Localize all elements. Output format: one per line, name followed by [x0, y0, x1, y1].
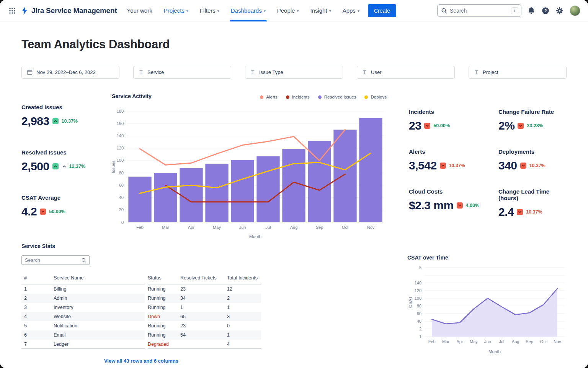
cell-service-name: Admin: [54, 296, 145, 301]
filter-service[interactable]: Service: [133, 66, 231, 79]
help-icon[interactable]: ?: [541, 7, 550, 15]
cell-service-name: Website: [54, 314, 145, 319]
svg-text:May: May: [470, 339, 478, 344]
topbar-right: / ?: [437, 4, 580, 17]
chevron-down-icon: ▾: [186, 9, 188, 13]
filter-label: User: [371, 69, 381, 75]
col-header: #: [21, 275, 54, 281]
svg-text:?: ?: [544, 8, 547, 13]
table-search[interactable]: [21, 255, 90, 265]
svg-text:Aug: Aug: [512, 339, 519, 344]
nav-item-dashboards[interactable]: Dashboards▾: [231, 0, 266, 21]
col-header: Status: [148, 275, 180, 281]
nav-item-projects[interactable]: Projects▾: [164, 0, 188, 21]
notifications-icon[interactable]: [527, 7, 536, 15]
trend-down-icon: [40, 209, 46, 215]
svg-text:80: 80: [417, 304, 421, 308]
trend-down-icon: [520, 163, 526, 169]
filter-project[interactable]: Project: [469, 66, 567, 79]
avatar[interactable]: [570, 5, 580, 16]
svg-text:Feb: Feb: [136, 225, 144, 230]
nav-item-your-work[interactable]: Your work: [127, 0, 152, 21]
nav-item-insight[interactable]: Insight▾: [310, 0, 331, 21]
global-search[interactable]: /: [437, 4, 521, 17]
cell-incidents: 4: [227, 342, 261, 347]
svg-text:Jun: Jun: [239, 225, 246, 230]
kpi-label: Change Lead Time (hours): [498, 188, 567, 201]
kpi-change-failure-rate: Change Failure Rate2%33.28%: [498, 108, 567, 132]
cell-resolved: 23: [180, 286, 227, 292]
chevron-down-icon: ▾: [329, 9, 331, 13]
cell-number: 7: [21, 342, 54, 347]
filter-user[interactable]: User: [357, 66, 455, 79]
col-header: Service Name: [54, 275, 145, 281]
bolt-icon: [21, 6, 29, 16]
search-input[interactable]: [450, 8, 508, 14]
csat-chart: CSAT over Time 124060801001201405FebMarA…: [407, 243, 567, 364]
kpi-cloud-costs: Cloud Costs$2.3 mm4.00%: [409, 188, 498, 219]
service-stats-panel: Service Stats #Service NameStatusResolve…: [21, 243, 261, 364]
cell-status: Degraded: [148, 342, 180, 347]
nav-item-apps[interactable]: Apps▾: [343, 0, 359, 21]
chart-legend: AlertsIncidentsResolved issuesDeploys: [260, 95, 387, 99]
svg-text:Nov: Nov: [554, 339, 561, 344]
create-button[interactable]: Create: [368, 4, 396, 17]
cell-status: Running: [148, 296, 180, 301]
cell-incidents: 12: [227, 286, 261, 292]
settings-icon[interactable]: [555, 7, 564, 15]
kpi-column-left: Created Issues2,98310.37%Resolved Issues…: [21, 92, 110, 242]
app-switcher-icon[interactable]: [8, 7, 16, 15]
trend-up-icon: [52, 118, 59, 124]
svg-text:100: 100: [415, 296, 421, 301]
nav-item-people[interactable]: People▾: [277, 0, 299, 21]
svg-text:Jul: Jul: [265, 225, 271, 230]
legend-label: Deploys: [371, 95, 387, 99]
nav-item-filters[interactable]: Filters▾: [200, 0, 219, 21]
cell-number: 4: [21, 314, 54, 319]
kpi-label: Incidents: [409, 108, 498, 115]
calendar-icon: [27, 69, 33, 75]
csat-plot: 124060801001201405FebMarAprMayJunJulAugS…: [407, 264, 567, 357]
kpi-resolved-issues: Resolved Issues2,50012.37%: [21, 149, 110, 173]
brand-name: Jira Service Management: [31, 7, 117, 15]
filter-issue-type[interactable]: Issue Type: [245, 66, 343, 79]
cell-number: 2: [21, 296, 54, 301]
dashboard-page: Team Analytics Dashboard Nov 29, 2022–De…: [0, 21, 588, 364]
svg-text:Sep: Sep: [526, 339, 533, 344]
cell-incidents: 1: [227, 305, 261, 310]
chart-title: Service Activity: [112, 93, 152, 99]
chevron-down-icon: ▾: [297, 9, 299, 13]
svg-text:May: May: [213, 225, 221, 230]
jira-logo[interactable]: Jira Service Management: [21, 6, 117, 16]
filter-label: Nov 29, 2022–Dec 6, 2022: [36, 69, 96, 75]
kpi-delta: 12.37%: [69, 164, 85, 169]
kpi-value: $2.3 mm: [409, 199, 454, 212]
legend-label: Resolved issues: [324, 95, 356, 99]
nav-item-label: Apps: [343, 7, 356, 14]
cell-resolved: 1: [180, 305, 227, 310]
cell-number: 5: [21, 323, 54, 329]
svg-text:Month: Month: [249, 234, 261, 239]
kpi-value: 2%: [498, 119, 514, 132]
service-activity-plot: 020406080100120140160180FebMarAprMayJunJ…: [110, 101, 387, 242]
svg-text:Jul: Jul: [499, 339, 504, 344]
legend-item-alerts: Alerts: [260, 95, 277, 99]
nav-item-label: Projects: [164, 7, 185, 14]
legend-dot: [364, 95, 368, 99]
filter-date-range[interactable]: Nov 29, 2022–Dec 6, 2022: [21, 66, 119, 79]
svg-text:Month: Month: [488, 349, 501, 354]
nav-item-label: People: [277, 7, 295, 14]
chevron-down-icon: ▾: [358, 9, 359, 13]
cell-service-name: Billing: [54, 286, 145, 292]
chevron-down-icon: ▾: [264, 9, 266, 13]
filter-icon: [474, 70, 479, 75]
trend-down-icon: [518, 123, 524, 129]
view-all-link[interactable]: View all 43 rows and 6 columns: [21, 358, 261, 364]
trend-down-icon: [440, 163, 446, 169]
cell-resolved: 54: [180, 332, 227, 338]
table-search-input[interactable]: [25, 258, 79, 263]
filter-label: Issue Type: [259, 69, 283, 75]
kpi-incidents: Incidents2350.00%: [409, 108, 498, 132]
filter-label: Service: [147, 69, 164, 75]
dashboard-bottom-section: Service Stats #Service NameStatusResolve…: [21, 243, 567, 364]
